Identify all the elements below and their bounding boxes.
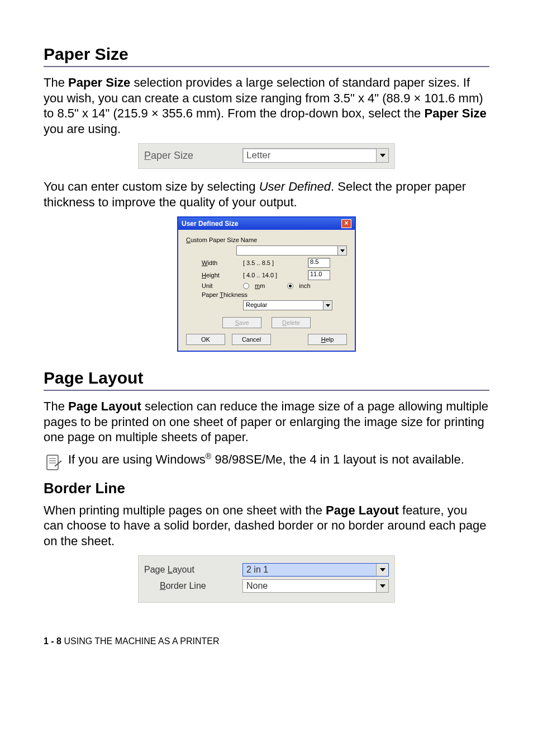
- unit-inch-label: inch: [299, 282, 310, 289]
- height-label: Height: [202, 272, 243, 278]
- border-line-label: Border Line: [144, 581, 242, 591]
- mnemonic: P: [144, 150, 151, 161]
- mnemonic: L: [168, 565, 173, 574]
- text: ayout: [173, 565, 194, 574]
- text: The: [44, 75, 68, 89]
- custom-name-dropdown-button[interactable]: [337, 246, 346, 255]
- text: you are using.: [44, 122, 121, 136]
- ok-button[interactable]: OK: [186, 334, 225, 345]
- text: ustom Paper Size Name: [191, 237, 257, 243]
- paper-size-label: Paper Size: [144, 150, 242, 162]
- note-icon: [44, 453, 64, 473]
- close-button[interactable]: ×: [341, 219, 351, 228]
- delete-button[interactable]: Delete: [272, 317, 311, 328]
- chevron-down-icon: [340, 249, 345, 252]
- dialog-title: User Defined Size: [182, 220, 238, 228]
- user-defined-size-dialog: User Defined Size × Custom Paper Size Na…: [177, 216, 356, 352]
- note: If you are using Windows® 98/98SE/Me, th…: [44, 452, 489, 473]
- section-rule: [44, 390, 489, 391]
- paper-thickness-label: Paper Thickness: [202, 291, 248, 298]
- chevron-down-icon: [380, 568, 386, 571]
- border-line-dropdown[interactable]: None: [242, 579, 389, 593]
- user-defined-size-dialog-figure: User Defined Size × Custom Paper Size Na…: [177, 216, 356, 352]
- page-layout-fields: Page Layout 2 in 1 Border Line None: [138, 555, 395, 603]
- note-text: If you are using Windows® 98/98SE/Me, th…: [68, 452, 464, 467]
- width-label: Width: [202, 259, 243, 266]
- dialog-titlebar: User Defined Size ×: [178, 218, 355, 230]
- text: ave: [239, 319, 249, 326]
- text: elp: [326, 336, 334, 343]
- page-number: 1 - 8: [44, 636, 61, 646]
- text: Page: [144, 565, 168, 574]
- text: If you are using Windows: [68, 452, 206, 466]
- svg-rect-0: [47, 455, 58, 470]
- text: The: [44, 399, 68, 413]
- heading-paper-size: Paper Size: [44, 45, 489, 64]
- page-layout-dropdown-button[interactable]: [376, 564, 388, 576]
- paper-thickness-dropdown[interactable]: Regular: [243, 300, 332, 310]
- text-bold: Paper Size: [68, 75, 130, 89]
- chapter-title: USING THE MACHINE AS A PRINTER: [61, 636, 219, 646]
- paper-size-dropdown-button[interactable]: [376, 149, 388, 162]
- text-bold: Page Layout: [68, 399, 141, 413]
- custom-name-label: Custom Paper Size Name: [186, 237, 257, 243]
- border-line-dropdown-value: None: [243, 580, 376, 592]
- text-bold: Page Layout: [326, 503, 399, 517]
- page-layout-label: Page Layout: [144, 565, 242, 575]
- text: When printing multiple pages on one shee…: [44, 503, 326, 517]
- text: hickness: [223, 291, 248, 298]
- text-italic: User Defined: [259, 179, 331, 193]
- width-range: [ 3.5 .. 8.5 ]: [243, 259, 308, 266]
- height-range: [ 4.0 .. 14.0 ]: [243, 272, 308, 278]
- radio-icon: [287, 283, 293, 289]
- paper-size-paragraph-2: You can enter custom size by selecting U…: [44, 179, 489, 210]
- heading-border-line: Border Line: [44, 480, 489, 497]
- unit-label: Unit: [202, 282, 243, 289]
- heading-page-layout: Page Layout: [44, 368, 489, 388]
- mnemonic: C: [186, 237, 191, 243]
- paper-size-field-row: Paper Size Letter: [138, 143, 395, 169]
- cancel-button[interactable]: Cancel: [232, 334, 271, 345]
- text: elete: [287, 319, 300, 326]
- paper-size-dropdown[interactable]: Letter: [242, 148, 389, 163]
- width-input[interactable]: 8.5: [308, 258, 330, 268]
- paper-thickness-dropdown-button[interactable]: [323, 301, 332, 310]
- save-button[interactable]: Save: [222, 317, 261, 328]
- paper-size-dropdown-value: Letter: [243, 149, 376, 162]
- page-layout-dropdown[interactable]: 2 in 1: [242, 563, 389, 577]
- mnemonic: B: [160, 581, 166, 590]
- text: Paper: [202, 291, 220, 298]
- unit-mm-label: mm: [255, 282, 265, 289]
- border-line-paragraph: When printing multiple pages on one shee…: [44, 503, 489, 549]
- help-button[interactable]: Help: [308, 334, 347, 345]
- paper-thickness-value: Regular: [244, 301, 323, 310]
- mnemonic: T: [220, 291, 223, 298]
- mnemonic: S: [235, 319, 239, 326]
- text: idth: [207, 259, 217, 266]
- chevron-down-icon: [326, 304, 330, 307]
- text-bold: Paper Size: [424, 106, 486, 120]
- mnemonic: H: [202, 272, 206, 278]
- page-footer: 1 - 8 USING THE MACHINE AS A PRINTER: [44, 636, 489, 646]
- page-layout-paragraph-1: The Page Layout selection can reduce the…: [44, 399, 489, 445]
- text: aper Size: [151, 150, 193, 161]
- custom-name-dropdown[interactable]: [236, 245, 347, 256]
- registered-mark: ®: [206, 452, 212, 461]
- unit-inch-radio[interactable]: inch: [287, 282, 310, 289]
- chevron-down-icon: [380, 584, 386, 588]
- section-rule: [44, 66, 489, 67]
- paper-size-paragraph-1: The Paper Size selection provides a larg…: [44, 75, 489, 136]
- text: eight: [206, 272, 220, 278]
- custom-name-value: [237, 246, 337, 255]
- radio-icon: [243, 283, 249, 289]
- mnemonic: D: [282, 319, 287, 326]
- text: 98/98SE/Me, the 4 in 1 layout is not ava…: [211, 452, 464, 466]
- text: order Line: [166, 581, 206, 590]
- unit-mm-radio[interactable]: mm: [243, 282, 265, 289]
- mnemonic: m: [255, 282, 260, 289]
- mnemonic: H: [321, 336, 326, 343]
- height-input[interactable]: 11.0: [308, 270, 330, 280]
- chevron-down-icon: [380, 154, 386, 157]
- border-line-dropdown-button[interactable]: [376, 580, 388, 592]
- page-layout-dropdown-value: 2 in 1: [243, 564, 376, 576]
